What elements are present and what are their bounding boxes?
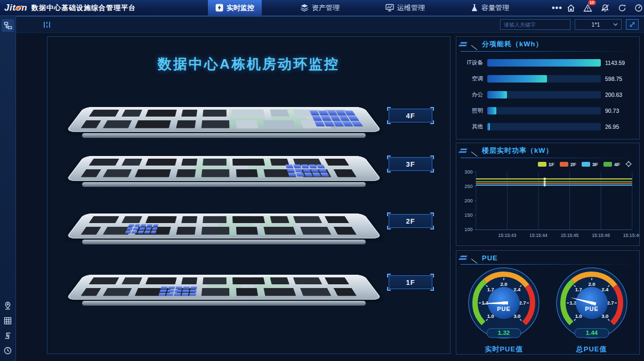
location-pin-icon[interactable] xyxy=(4,301,12,310)
svg-text:15:15:45: 15:15:45 xyxy=(561,233,579,238)
panel-slash-decoration xyxy=(471,146,482,157)
legend-swatch xyxy=(582,162,590,167)
bar-category-label: IT设备 xyxy=(462,59,483,67)
panel-title: 楼层实时功率（kW） xyxy=(482,146,553,155)
topbar-actions: 10 数据中心... xyxy=(567,0,644,20)
layout-columns-icon[interactable] xyxy=(43,21,51,29)
chart-restore-icon[interactable] xyxy=(625,161,632,167)
svg-text:15:15:44: 15:15:44 xyxy=(529,233,548,238)
fullscreen-expand-button[interactable] xyxy=(626,19,639,30)
svg-text:15:15:43: 15:15:43 xyxy=(498,233,517,238)
bar-track xyxy=(487,75,601,83)
bar-fill xyxy=(487,91,507,99)
app-root: Jiton 数据中心基础设施综合管理平台 实时监控 资产管理 运维管理 容量管理… xyxy=(0,0,644,361)
svg-text:PUE: PUE xyxy=(497,306,511,312)
legend-label: 2F xyxy=(570,161,576,167)
brand[interactable]: Jiton 数据中心基础设施综合管理平台 xyxy=(0,3,160,13)
power-chart-legend: 1F2F3F4F xyxy=(456,158,639,168)
legend-item-3f[interactable]: 3F xyxy=(582,161,598,167)
lightning-icon xyxy=(215,4,223,12)
floor-power-panel: 楼层实时功率（kW） 1F2F3F4F 30025020015010015:15… xyxy=(456,143,640,246)
energy-bar-row: 其他26.95 xyxy=(462,123,633,130)
toolbar-controls: 1*1 xyxy=(500,19,644,30)
panel-slash-decoration xyxy=(471,253,482,264)
bar-value: 200.63 xyxy=(605,92,633,98)
floor-button-2f[interactable]: 2F xyxy=(389,214,432,228)
nav-more-button[interactable]: ••• xyxy=(548,3,567,13)
main-nav: 实时监控 资产管理 运维管理 容量管理 ••• xyxy=(208,0,567,15)
nav-item-realtime-monitor[interactable]: 实时监控 xyxy=(208,0,262,15)
pue-gauge-0: 1.01.31.72.02.42.73.0PUE1.32实时PUE值 xyxy=(464,266,544,354)
device-tree-icon[interactable] xyxy=(2,19,14,32)
svg-text:250: 250 xyxy=(464,184,472,189)
refresh-cycle-icon[interactable] xyxy=(618,4,626,12)
dashboard-content: 数据中心A栋机房动环监控 4F 3F 2F 1F 分项能耗（kWh） IT设备1… xyxy=(16,33,644,361)
nav-item-label: 实时监控 xyxy=(227,3,254,13)
svg-text:1.44: 1.44 xyxy=(585,330,598,336)
app-title: 数据中心基础设施综合管理平台 xyxy=(31,3,136,13)
legend-item-1f[interactable]: 1F xyxy=(538,161,554,167)
svg-text:1.3: 1.3 xyxy=(569,300,576,306)
nav-item-capacity-mgmt[interactable]: 容量管理 xyxy=(463,0,517,15)
bar-fill xyxy=(487,107,496,114)
speed-gauge-icon[interactable] xyxy=(634,4,643,12)
legend-label: 1F xyxy=(549,161,554,167)
legend-label: 3F xyxy=(592,161,598,167)
nav-item-asset-mgmt[interactable]: 资产管理 xyxy=(293,0,347,15)
svg-text:PUE: PUE xyxy=(585,306,599,312)
view-toolbar: 1*1 xyxy=(16,16,644,33)
layout-select[interactable]: 1*1 xyxy=(575,19,622,30)
floor-3d-4f[interactable] xyxy=(73,90,375,141)
svg-text:15:15:46: 15:15:46 xyxy=(592,233,610,238)
floor-3d-3f[interactable] xyxy=(73,139,375,190)
panel-title: 分项能耗（kWh） xyxy=(482,39,543,49)
svg-text:1.3: 1.3 xyxy=(482,300,489,306)
svg-text:2.0: 2.0 xyxy=(501,281,508,287)
panel-corner-icon xyxy=(461,149,469,153)
topbar: Jiton 数据中心基础设施综合管理平台 实时监控 资产管理 运维管理 容量管理… xyxy=(0,0,644,16)
legend-swatch xyxy=(560,162,568,167)
floor-button-1f[interactable]: 1F xyxy=(389,275,432,289)
clock-history-icon[interactable] xyxy=(4,347,12,355)
mute-bell-icon[interactable] xyxy=(600,4,610,12)
nav-item-label: 容量管理 xyxy=(481,3,509,13)
floor-button-4f[interactable]: 4F xyxy=(389,109,432,122)
legend-swatch xyxy=(603,162,612,167)
svg-text:100: 100 xyxy=(464,227,472,233)
gauge-label: 总PUE值 xyxy=(576,344,607,354)
svg-text:2.7: 2.7 xyxy=(607,300,614,306)
nav-item-ops-mgmt[interactable]: 运维管理 xyxy=(378,0,432,15)
panel-header: 楼层实时功率（kW） xyxy=(456,143,639,156)
grid-table-icon[interactable] xyxy=(4,317,12,325)
legend-item-4f[interactable]: 4F xyxy=(603,161,620,167)
flask-icon xyxy=(471,4,478,12)
panel-header: 分项能耗（kWh） xyxy=(456,37,639,50)
pue-panel: PUE 1.01.31.72.02.42.73.0PUE1.32实时PUE值1.… xyxy=(456,250,640,355)
bar-category-label: 其他 xyxy=(462,123,483,130)
floor-button-3f[interactable]: 3F xyxy=(389,157,432,171)
layout-select-value: 1*1 xyxy=(578,21,613,28)
search-input[interactable] xyxy=(500,19,570,30)
bar-track xyxy=(487,91,601,99)
legend-label: 4F xyxy=(614,161,620,167)
nav-item-label: 运维管理 xyxy=(397,3,425,13)
scene-title: 数据中心A栋机房动环监控 xyxy=(47,55,450,73)
legend-item-2f[interactable]: 2F xyxy=(560,161,576,167)
panel-title: PUE xyxy=(482,254,498,262)
panel-header: PUE xyxy=(456,251,639,262)
machine-room-3d-panel: 数据中心A栋机房动环监控 4F 3F 2F 1F xyxy=(47,36,450,354)
floor-3d-2f[interactable] xyxy=(73,196,375,248)
pipeline-link-icon[interactable] xyxy=(4,332,12,340)
alarm-warning-icon[interactable]: 10 xyxy=(583,4,592,12)
energy-bar-row: IT设备1143.59 xyxy=(462,59,633,67)
bar-fill xyxy=(487,75,547,83)
bar-track xyxy=(487,123,601,130)
pue-gauge-svg: 1.01.31.72.02.42.73.0PUE1.44 xyxy=(552,266,632,346)
expand-arrows-icon xyxy=(629,21,635,28)
nav-item-label: 资产管理 xyxy=(312,3,340,13)
home-icon[interactable] xyxy=(567,4,575,12)
svg-text:200: 200 xyxy=(464,198,472,203)
floor-3d-1f[interactable] xyxy=(73,258,375,309)
sidebar-tools xyxy=(4,301,12,361)
bar-value: 598.75 xyxy=(605,76,633,82)
